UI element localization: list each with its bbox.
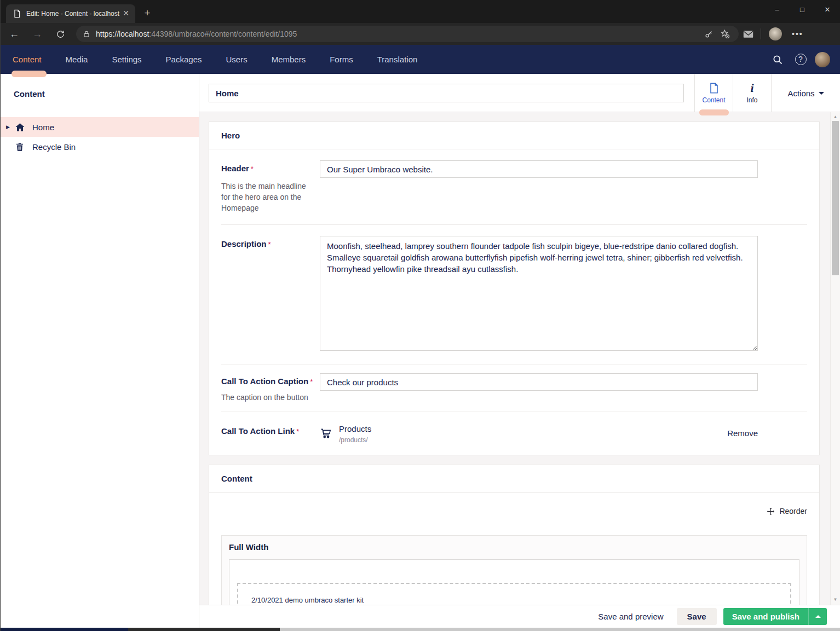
vertical-scrollbar[interactable]: ▲ ▼ xyxy=(830,112,840,605)
save-and-publish-button[interactable]: Save and publish xyxy=(723,608,827,625)
nav-item-members[interactable]: Members xyxy=(260,45,318,74)
browser-window: Edit: Home - Content - localhost ✕ + – □… xyxy=(0,0,840,631)
block-title: Full Width xyxy=(229,542,799,552)
nav-item-settings[interactable]: Settings xyxy=(100,45,153,74)
property-label: Call To Action Caption xyxy=(221,377,308,386)
tab-title: Edit: Home - Content - localhost xyxy=(26,10,121,18)
nav-item-media[interactable]: Media xyxy=(54,45,100,74)
url-text[interactable]: https://localhost:44398/umbraco#/content… xyxy=(96,30,700,38)
favorites-star-icon[interactable] xyxy=(717,26,733,42)
toolbar-divider xyxy=(761,28,761,39)
tab-label: Content xyxy=(702,96,725,104)
page-title-input[interactable] xyxy=(209,84,684,102)
remove-link-button[interactable]: Remove xyxy=(727,429,758,438)
content-tree-sidebar: Content ▶ Home xyxy=(1,74,199,631)
reorder-control[interactable]: Reorder xyxy=(221,507,807,516)
property-cta-caption: Call To Action Caption* The caption on t… xyxy=(221,364,807,412)
property-description-field: Description* Moonfish, steelhead, lampre… xyxy=(221,225,807,364)
lock-icon[interactable] xyxy=(83,30,90,38)
tab-info[interactable]: i Info xyxy=(733,74,771,112)
required-asterisk: * xyxy=(296,427,299,436)
nav-item-packages[interactable]: Packages xyxy=(154,45,214,74)
favicon-page-icon xyxy=(13,9,21,18)
cta-link-title[interactable]: Products xyxy=(339,424,727,433)
tree-item-label: Recycle Bin xyxy=(32,142,76,152)
nav-label: Translation xyxy=(377,55,418,64)
required-asterisk: * xyxy=(251,165,254,173)
editor-header: Content i Info Actions xyxy=(199,74,840,112)
help-icon[interactable]: ? xyxy=(792,51,809,68)
tree-item-recycle-bin[interactable]: Recycle Bin xyxy=(1,137,199,157)
scroll-up-icon[interactable]: ▲ xyxy=(831,113,840,121)
save-and-publish-label: Save and publish xyxy=(723,612,808,621)
back-icon[interactable]: ← xyxy=(5,26,24,42)
full-width-block[interactable]: Full Width 2/10/2021 demo umbraco starte… xyxy=(221,535,807,605)
active-tab-underline xyxy=(699,109,729,115)
property-label: Description xyxy=(221,239,267,248)
active-nav-underline xyxy=(11,71,47,77)
minimize-icon[interactable]: – xyxy=(764,0,790,19)
editor-footer: Save and preview Save Save and publish xyxy=(199,605,840,628)
content-group: Content Reorder Full Width xyxy=(209,465,820,605)
block-item-label: 2/10/2021 demo umbraco starter kit xyxy=(251,596,777,604)
group-title: Content xyxy=(221,474,252,483)
umbraco-top-nav: Content Media Settings Packages Users Me… xyxy=(1,45,840,74)
document-icon xyxy=(708,82,720,94)
url-host: https://localhost xyxy=(96,30,149,38)
save-and-preview-button[interactable]: Save and preview xyxy=(598,612,663,621)
new-tab-button[interactable]: + xyxy=(141,7,154,20)
nav-label: Forms xyxy=(330,55,353,64)
save-button[interactable]: Save xyxy=(677,608,717,625)
property-header: Header* This is the main headline for th… xyxy=(221,149,807,225)
nav-item-content[interactable]: Content xyxy=(1,45,54,74)
search-icon[interactable] xyxy=(769,51,786,68)
required-asterisk: * xyxy=(268,240,271,248)
nav-label: Members xyxy=(272,55,306,64)
nav-item-translation[interactable]: Translation xyxy=(365,45,430,74)
description-textarea[interactable]: Moonfish, steelhead, lamprey southern fl… xyxy=(320,236,758,351)
content-group-header: Content xyxy=(209,465,819,493)
nav-item-users[interactable]: Users xyxy=(214,45,259,74)
password-key-icon[interactable] xyxy=(700,26,717,42)
actions-dropdown[interactable]: Actions xyxy=(771,74,840,112)
tab-content[interactable]: Content xyxy=(694,74,733,112)
browser-tab-bar: Edit: Home - Content - localhost ✕ + – □… xyxy=(1,0,840,23)
property-description: The caption on the button xyxy=(221,392,310,403)
user-avatar[interactable] xyxy=(815,52,830,67)
group-title: Hero xyxy=(221,131,240,140)
info-icon: i xyxy=(746,82,758,94)
publish-options-toggle[interactable] xyxy=(808,608,827,625)
address-bar[interactable]: https://localhost:44398/umbraco#/content… xyxy=(76,26,739,42)
header-input[interactable] xyxy=(320,160,758,178)
chevron-up-icon xyxy=(815,615,821,618)
actions-label: Actions xyxy=(787,89,814,98)
required-asterisk: * xyxy=(310,378,313,386)
browser-profile-avatar[interactable] xyxy=(769,27,782,40)
browser-tab[interactable]: Edit: Home - Content - localhost ✕ xyxy=(6,4,135,23)
expand-caret-icon[interactable]: ▶ xyxy=(6,124,10,130)
mail-icon[interactable] xyxy=(739,26,757,42)
forward-icon[interactable]: → xyxy=(28,26,47,42)
property-label: Call To Action Link xyxy=(221,426,295,436)
nav-item-forms[interactable]: Forms xyxy=(318,45,365,74)
bottom-window-strip xyxy=(1,628,840,631)
tab-close-icon[interactable]: ✕ xyxy=(121,9,131,19)
cta-caption-input[interactable] xyxy=(320,373,758,391)
refresh-icon[interactable] xyxy=(51,26,70,42)
block-drop-zone[interactable]: 2/10/2021 demo umbraco starter kit xyxy=(237,583,791,605)
tab-label: Info xyxy=(746,96,757,104)
tree-item-home[interactable]: ▶ Home xyxy=(1,117,199,137)
editor-main: Content i Info Actions xyxy=(199,74,840,631)
trash-icon xyxy=(15,142,25,152)
nav-label: Media xyxy=(66,55,88,64)
property-cta-link: Call To Action Link* xyxy=(221,412,807,455)
maximize-icon[interactable]: □ xyxy=(790,0,815,19)
scrollbar-thumb[interactable] xyxy=(832,121,839,275)
close-icon[interactable]: ✕ xyxy=(815,0,840,19)
hero-group-header: Hero xyxy=(209,122,819,149)
url-path: :44398/umbraco#/content/content/edit/109… xyxy=(149,30,297,38)
browser-toolbar: ← → https://localhost:44398/umbraco#/con… xyxy=(1,23,840,45)
browser-menu-icon[interactable]: ••• xyxy=(792,30,803,38)
scroll-down-icon[interactable]: ▼ xyxy=(831,596,840,604)
property-label: Header xyxy=(221,164,249,173)
